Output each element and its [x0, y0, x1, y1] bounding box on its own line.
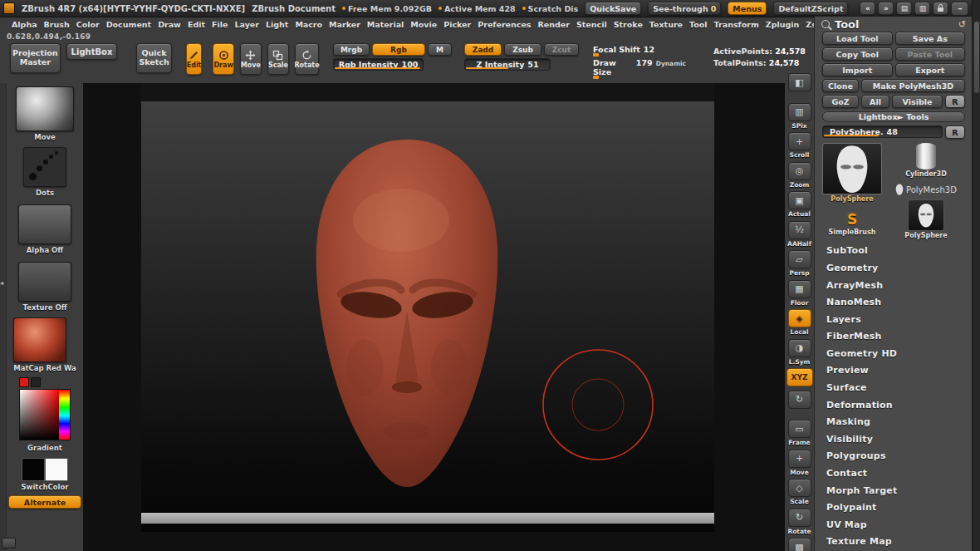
current-brush[interactable]: Move	[16, 86, 74, 141]
current-material[interactable]: MatCap Red Wa	[13, 317, 76, 372]
right-shelf-item[interactable]: ▭ Frame	[788, 420, 811, 445]
tool-section-item[interactable]: Masking	[815, 414, 973, 431]
tool-section-item[interactable]: Layers	[815, 312, 973, 329]
goz-button[interactable]: GoZ	[822, 95, 859, 108]
menu-item[interactable]: Render	[538, 20, 570, 29]
tool-section-item[interactable]: Polygroups	[815, 448, 973, 465]
right-shelf-item[interactable]: ▣ Actual	[788, 191, 811, 217]
menu-item[interactable]: Texture	[649, 20, 683, 29]
right-shelf-item[interactable]: + Scroll	[788, 132, 811, 158]
make-polymesh3d-button[interactable]: Make PolyMesh3D	[861, 79, 965, 92]
menu-item[interactable]: Alpha	[12, 20, 37, 29]
export-button[interactable]: Export	[895, 63, 966, 76]
projection-master-button[interactable]: Projection Master	[10, 43, 61, 73]
menu-item[interactable]: Transform	[714, 20, 759, 29]
tool-section-item[interactable]: ArrayMesh	[815, 278, 973, 295]
menu-item[interactable]: Movie	[410, 20, 437, 29]
right-shelf-item[interactable]: ◧	[788, 73, 811, 99]
menu-item[interactable]: Light	[266, 20, 288, 29]
search-icon[interactable]	[821, 20, 830, 28]
lightbox-button[interactable]: LightBox	[66, 43, 118, 60]
scale-mode-button[interactable]: Scale	[267, 43, 289, 75]
right-shelf-item[interactable]: ▥ SPix	[788, 103, 811, 129]
move-mode-button[interactable]: Move	[240, 43, 262, 75]
tool-section-item[interactable]: Visibility	[815, 431, 973, 449]
tool-section-item[interactable]: SubTool	[815, 243, 973, 260]
goz-all-button[interactable]: All	[861, 95, 889, 108]
menu-item[interactable]: Macro	[295, 20, 322, 29]
menu-item[interactable]: Stroke	[614, 20, 643, 29]
recent-tool-polymesh3d[interactable]: PolyMesh3D	[895, 184, 957, 195]
tool-section-item[interactable]: Deformation	[815, 397, 973, 415]
tool-section-item[interactable]: Contact	[815, 465, 973, 483]
quick-sketch-button[interactable]: Quick Sketch	[136, 43, 171, 73]
menu-item[interactable]: Picker	[443, 20, 471, 29]
right-shelf-item[interactable]: ↻ Rotate	[787, 509, 811, 534]
tool-section-item[interactable]: Morph Target	[815, 483, 973, 500]
current-texture[interactable]: Texture Off	[18, 262, 71, 312]
canvas-area[interactable]	[83, 83, 785, 551]
saturation-value-square[interactable]	[20, 390, 59, 440]
tool-section-item[interactable]: Geometry HD	[815, 346, 973, 363]
mrgb-button[interactable]: Mrgb	[333, 43, 370, 56]
recent-tool-cylinder3d[interactable]: Cylinder3D	[905, 143, 947, 178]
tray-collapse-arrow-icon[interactable]: ◂	[0, 279, 3, 287]
menu-item[interactable]: Marker	[329, 20, 360, 29]
copy-tool-button[interactable]: Copy Tool	[822, 47, 893, 61]
menu-item[interactable]: Preferences	[478, 20, 531, 29]
m-button[interactable]: M	[428, 43, 452, 56]
recent-tool-polysphere[interactable]: PolySphere	[904, 199, 947, 239]
right-shelf-item[interactable]: ◎ Zoom	[788, 162, 811, 188]
switch-color[interactable]: SwitchColor	[20, 456, 70, 491]
import-button[interactable]: Import	[822, 63, 893, 76]
rgb-intensity-slider[interactable]: Rgb Intensity 100	[333, 58, 424, 71]
menu-item[interactable]: Draw	[158, 20, 181, 29]
z-intensity-slider[interactable]: Z Intensity 51	[464, 58, 551, 71]
document[interactable]	[141, 101, 714, 532]
menu-item[interactable]: Tool	[689, 20, 708, 29]
dynamic-mode-label[interactable]: Dynamic	[656, 60, 686, 67]
tool-section-item[interactable]: NanoMesh	[815, 294, 973, 312]
focal-shift-slider[interactable]: Focal Shift12	[593, 45, 686, 57]
right-shelf-item[interactable]: ◇ Scale	[788, 479, 811, 504]
goz-r-button[interactable]: R	[945, 95, 965, 108]
panel-scrollbar[interactable]	[972, 0, 980, 551]
recent-tool-simplebrush[interactable]: SimpleBrush	[829, 211, 876, 236]
load-tool-button[interactable]: Load Tool	[822, 32, 893, 45]
sculpt-model-polysphere-head[interactable]	[303, 135, 511, 492]
zadd-button[interactable]: Zadd	[464, 43, 502, 56]
right-shelf-item[interactable]: ▦ Floor	[788, 280, 811, 306]
default-zscript-button[interactable]: DefaultZScript	[773, 2, 848, 15]
color-picker[interactable]: Gradient	[19, 377, 71, 452]
right-shelf-item[interactable]: ↻	[788, 391, 811, 416]
refresh-icon[interactable]	[958, 19, 966, 30]
current-tool-thumbnail[interactable]: PolySphere	[822, 143, 882, 194]
tool-section-item[interactable]: Texture Map	[815, 534, 973, 551]
right-shelf-item[interactable]: ◑ L.Sym	[788, 339, 811, 365]
tool-section-item[interactable]: Surface	[815, 380, 973, 397]
active-tool-slider[interactable]: PolySphere. 48	[822, 125, 943, 138]
alt-color-swatch[interactable]	[45, 458, 68, 481]
menu-item[interactable]: Edit	[188, 20, 205, 29]
tool-r-button[interactable]: R	[945, 125, 965, 139]
dock-left-tray-icon[interactable]	[860, 2, 875, 15]
draw-size-slider[interactable]: Draw Size179Dynamic	[593, 58, 686, 79]
scrollbar-thumb[interactable]	[974, 22, 979, 93]
tool-section-item[interactable]: FiberMesh	[815, 328, 973, 346]
goz-visible-button[interactable]: Visible	[892, 95, 943, 108]
current-stroke[interactable]: Dots	[23, 147, 66, 197]
menus-toggle[interactable]: Menus	[728, 2, 767, 15]
rotate-mode-button[interactable]: Rotate	[295, 43, 319, 75]
current-alpha[interactable]: Alpha Off	[18, 204, 71, 254]
hue-strip[interactable]	[59, 390, 70, 440]
edit-mode-button[interactable]: Edit	[186, 43, 203, 75]
dock-right-tray-icon[interactable]	[878, 2, 894, 15]
right-shelf-item[interactable]: ◈ Local	[788, 309, 811, 335]
menu-item[interactable]: Brush	[44, 20, 70, 29]
menu-item[interactable]: Zplugin	[766, 20, 800, 29]
menu-item[interactable]: File	[212, 20, 228, 29]
left-tray-divider[interactable]: ◂	[0, 83, 7, 551]
rgb-button[interactable]: Rgb	[372, 43, 425, 56]
paste-tool-button[interactable]: Paste Tool	[895, 47, 966, 61]
interface-layout-icon[interactable]	[914, 2, 930, 15]
